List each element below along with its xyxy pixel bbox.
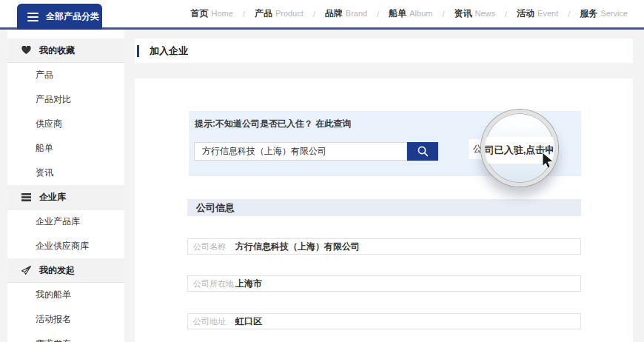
sidebar-item[interactable]: 资讯 [7,161,124,185]
hamburger-icon [27,13,38,21]
company-search-input[interactable] [194,142,407,161]
list-icon [21,193,32,201]
catalog-button-label: 全部产品分类 [46,10,99,23]
sidebar-item[interactable]: 船单 [7,136,124,161]
magnifier-lens-overlay: 公司已入驻,点击申请 [481,110,558,187]
company-field-row[interactable]: 公司地址 虹口区 [187,313,581,329]
sidebar-section-header[interactable]: 我的收藏 [7,38,124,63]
top-header: 全部产品分类 首页 Home / 产品 Product / 品牌 Brand /… [0,0,644,30]
nav-item-service[interactable]: 服务 Service [580,7,628,20]
field-label: 公司名称 [193,241,235,252]
catalog-button[interactable]: 全部产品分类 [17,4,102,30]
page-title-bar: 加入企业 [135,38,633,63]
sidebar: 我的收藏产品产品对比供应商船单资讯企业库企业产品库企业供应商库我的发起我的船单活… [7,30,124,342]
content-panel: 提示:不知道公司是否已入住？ 在此查询 公司已入驻,点击申请 公司已入驻,点击申… [135,78,633,342]
nav-item-event[interactable]: 活动 Event [517,7,558,20]
sidebar-item[interactable]: 企业产品库 [7,209,124,234]
company-query-panel: 提示:不知道公司是否已入住？ 在此查询 公司已入驻,点击申请 公司已入驻,点击申… [189,111,581,176]
query-tip: 提示:不知道公司是否已入住？ 在此查询 [195,118,351,130]
sidebar-item[interactable]: 需求发布 [7,332,124,342]
sidebar-item[interactable]: 企业供应商库 [7,234,124,258]
sidebar-item[interactable]: 活动报名 [7,307,124,332]
sidebar-item[interactable]: 供应商 [7,112,124,136]
field-value: 上海市 [235,278,262,290]
nav-item-brand[interactable]: 品牌 Brand [325,7,367,20]
field-value: 方行信息科技（上海）有限公司 [235,241,360,253]
sidebar-item[interactable]: 我的船单 [7,283,124,307]
page-root: 全部产品分类 首页 Home / 产品 Product / 品牌 Brand /… [0,0,644,342]
sidebar-section-label: 企业库 [39,191,66,204]
company-field-row[interactable]: 公司所在地 上海市 [187,275,581,292]
field-label: 公司所在地 [193,278,235,289]
page-title: 加入企业 [150,44,188,58]
company-info-title: 公司信息 [196,202,235,213]
sidebar-section-label: 我的发起 [39,264,75,277]
sidebar-item[interactable]: 产品对比 [7,87,124,112]
title-accent-bar [137,45,139,57]
mouse-cursor-icon [541,152,556,172]
nav-separator: / [442,10,444,19]
lens-glare [492,114,547,133]
search-icon [417,145,429,158]
heart-icon [21,46,32,55]
nav-separator: / [568,10,570,19]
nav-separator: / [313,10,315,19]
nav-item-news[interactable]: 资讯 News [455,7,496,20]
field-value: 虹口区 [235,315,262,328]
company-info-header: 公司信息 [187,199,581,216]
sidebar-item[interactable]: 产品 [7,63,124,87]
nav-separator: / [505,10,507,19]
sidebar-section-header[interactable]: 我的发起 [7,258,124,283]
sidebar-section-header[interactable]: 企业库 [7,185,124,209]
nav-separator: / [377,10,379,19]
company-field-row[interactable]: 公司名称 方行信息科技（上海）有限公司 [187,238,581,255]
nav-item-album[interactable]: 船单 Album [389,7,432,20]
sidebar-section-label: 我的收藏 [39,44,75,57]
send-icon [21,266,32,275]
search-button[interactable] [407,142,438,161]
top-nav: 首页 Home / 产品 Product / 品牌 Brand / 船单 Alb… [190,0,628,27]
field-label: 公司地址 [193,316,235,327]
nav-item-product[interactable]: 产品 Product [255,7,303,20]
nav-item-home[interactable]: 首页 Home [190,7,232,20]
nav-separator: / [243,10,245,19]
